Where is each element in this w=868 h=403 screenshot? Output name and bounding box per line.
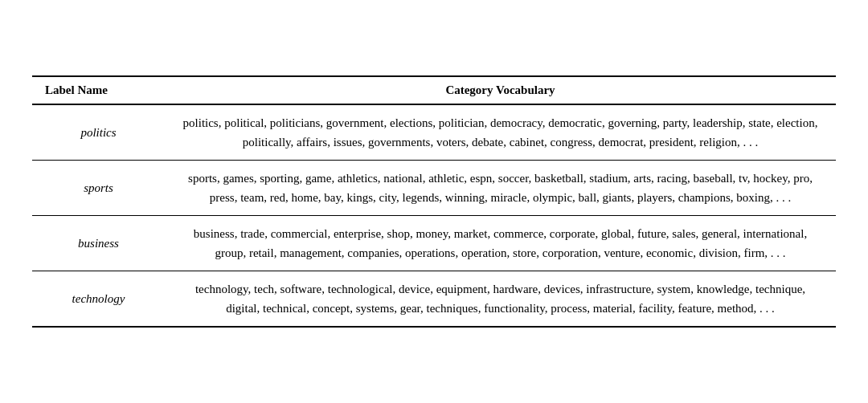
vocab-cell: technology, tech, software, technologica… <box>165 271 836 328</box>
label-cell: sports <box>32 161 165 216</box>
header-label-name: Label Name <box>32 76 165 104</box>
vocab-cell: business, trade, commercial, enterprise,… <box>165 216 836 271</box>
label-cell: politics <box>32 104 165 161</box>
vocab-cell: sports, games, sporting, game, athletics… <box>165 161 836 216</box>
table-row: politicspolitics, political, politicians… <box>32 104 836 161</box>
table-header-row: Label Name Category Vocabulary <box>32 76 836 104</box>
vocab-cell: politics, political, politicians, govern… <box>165 104 836 161</box>
category-vocabulary-table: Label Name Category Vocabulary politicsp… <box>32 75 836 328</box>
table-row: technologytechnology, tech, software, te… <box>32 271 836 328</box>
label-cell: technology <box>32 271 165 328</box>
header-category-vocab: Category Vocabulary <box>165 76 836 104</box>
table-row: sportssports, games, sporting, game, ath… <box>32 161 836 216</box>
table-row: businessbusiness, trade, commercial, ent… <box>32 216 836 271</box>
label-cell: business <box>32 216 165 271</box>
